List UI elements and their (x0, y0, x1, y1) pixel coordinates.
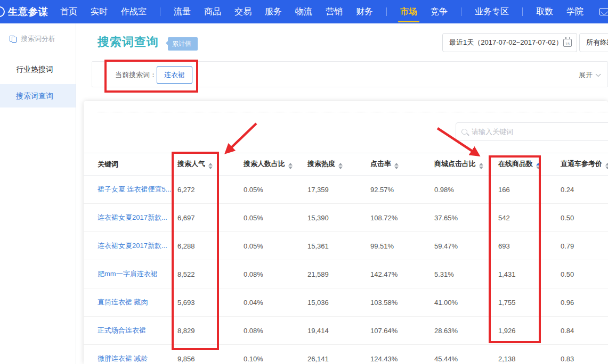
cell-value: 8,829 (177, 327, 244, 335)
nav-item-市场[interactable]: 市场 (400, 0, 417, 23)
keyword-link[interactable]: 裙子女夏 连衣裙便宜5... (98, 185, 177, 194)
cell-value: 107.64% (370, 327, 434, 335)
nav-item-实时[interactable]: 实时 (91, 0, 108, 23)
nav-item-学院[interactable]: 学院 (566, 0, 583, 23)
nav-divider (461, 7, 461, 16)
cell-value: 0.79 (561, 242, 608, 250)
cell-value: 0.08% (244, 270, 307, 278)
cell-value: 142.47% (370, 270, 434, 278)
table-body: 裙子女夏 连衣裙便宜5...6,2720.05%17,35992.57%0.98… (84, 176, 608, 364)
cell-value: 37.65% (434, 214, 498, 222)
cell-value: 103.58% (370, 299, 434, 307)
keyword-link[interactable]: 连衣裙女夏2017新款... (98, 213, 177, 222)
column-header-搜索人气[interactable]: 搜索人气 (177, 159, 244, 169)
cell-value: 0.50 (561, 270, 608, 278)
sidebar-item-搜索词查询[interactable]: 搜索词查询 (0, 84, 76, 107)
sidebar-item-行业热搜词[interactable]: 行业热搜词 (0, 57, 76, 81)
expand-toggle[interactable]: 展开 (579, 70, 599, 80)
app-logo[interactable]: 生意参谋 (8, 5, 48, 18)
keyword-link[interactable]: 直筒连衣裙 藏肉 (98, 297, 177, 307)
nav-item-竞争[interactable]: 竞争 (431, 0, 448, 23)
calendar-icon: 15 (563, 39, 572, 47)
cell-value: 0.50 (561, 214, 608, 222)
nav-item-物流[interactable]: 物流 (295, 0, 312, 23)
cell-value: 5.31% (434, 270, 498, 278)
nav-item-交易[interactable]: 交易 (234, 0, 252, 23)
table-row: 正式场合连衣裙8,8290.08%19,414107.64%28.63%1,92… (84, 317, 608, 345)
nav-item-业务专区[interactable]: 业务专区 (475, 0, 509, 23)
nav-item-营销[interactable]: 营销 (326, 0, 343, 23)
sort-icon[interactable] (536, 163, 540, 169)
cell-value: 0.05% (244, 214, 307, 222)
cell-value: 0.98% (434, 186, 498, 194)
current-keyword-chip[interactable]: 连衣裙 (157, 67, 192, 84)
sort-icon[interactable] (288, 163, 293, 169)
sort-icon[interactable] (605, 163, 608, 169)
nav-item-流量[interactable]: 流量 (174, 0, 191, 23)
keyword-link[interactable]: 微胖连衣裙 减龄 (98, 354, 177, 363)
cell-value: 26,141 (307, 355, 370, 363)
chevron-down-icon (596, 71, 601, 77)
terminal-selector[interactable]: 所有终端 (579, 33, 608, 52)
table-row: 连衣裙女夏2017新款...6,6970.05%15,390108.72%37.… (84, 204, 608, 232)
table-header: 关键词搜索人气搜索人数占比搜索热度点击率商城点击占比在线商品数直通车参考价 (84, 153, 608, 176)
column-header-直通车参考价[interactable]: 直通车参考价 (561, 159, 608, 169)
table-search-box[interactable]: × (456, 122, 608, 140)
sidebar-section-search-analysis: 搜索词分析 (0, 23, 76, 44)
cell-value: 21,589 (307, 270, 370, 278)
cell-value: 59.47% (434, 242, 498, 250)
cell-value: 0.83 (561, 355, 608, 363)
cell-value: 2,138 (498, 355, 561, 363)
nav-item-服务[interactable]: 服务 (265, 0, 282, 23)
nav-item-取数[interactable]: 取数 (536, 0, 553, 23)
sort-icon[interactable] (394, 163, 399, 169)
cell-value: 6,697 (177, 214, 244, 222)
keyword-link[interactable]: 连衣裙女夏2017新款... (98, 241, 177, 251)
current-keyword-panel: 当前搜索词： 连衣裙 展开 (92, 61, 608, 87)
cell-value: 15,036 (307, 299, 370, 307)
sort-icon[interactable] (479, 163, 483, 169)
nav-divider (522, 7, 523, 16)
keyword-link[interactable]: 正式场合连衣裙 (98, 326, 177, 335)
column-label: 关键词 (98, 160, 118, 168)
column-header-关键词: 关键词 (98, 160, 177, 169)
column-label: 商城点击占比 (434, 160, 476, 168)
cell-value: 6,288 (177, 242, 244, 250)
nav-item-作战室[interactable]: 作战室 (121, 0, 147, 23)
cell-value: 166 (498, 186, 561, 194)
page-title: 搜索词查询 (98, 34, 159, 50)
sidebar-section-label: 搜索词分析 (21, 34, 55, 44)
column-header-点击率[interactable]: 点击率 (370, 159, 434, 169)
sort-icon[interactable] (338, 163, 343, 169)
nav-item-财务[interactable]: 财务 (356, 0, 373, 23)
cell-value: 693 (498, 242, 561, 250)
column-header-搜索人数占比[interactable]: 搜索人数占比 (244, 159, 307, 169)
table-row: 连衣裙女夏2017新款...6,2880.05%15,36199.51%59.4… (84, 232, 608, 260)
nav-item-首页[interactable]: 首页 (60, 0, 77, 23)
column-label: 搜索人气 (177, 160, 205, 168)
sort-icon[interactable] (208, 163, 213, 169)
cell-value: 124.43% (370, 355, 434, 363)
column-header-在线商品数[interactable]: 在线商品数 (498, 159, 561, 169)
mail-icon[interactable] (599, 8, 608, 15)
report-icon (10, 36, 17, 43)
column-header-商城点击占比[interactable]: 商城点击占比 (434, 159, 498, 169)
column-label: 搜索人数占比 (244, 160, 285, 168)
table-row: 肥mm一字肩连衣裙8,5220.08%21,589142.47%5.31%1,4… (84, 260, 608, 288)
table-row: 直筒连衣裙 藏肉5,6930.04%15,036103.58%41.00%1,7… (84, 288, 608, 317)
table-row: 裙子女夏 连衣裙便宜5...6,2720.05%17,35992.57%0.98… (84, 176, 608, 204)
calendar-button[interactable]: 15 (558, 33, 577, 52)
cell-value: 1,926 (498, 327, 561, 335)
nav-item-商品[interactable]: 商品 (204, 0, 221, 23)
column-header-搜索热度[interactable]: 搜索热度 (307, 159, 370, 169)
cell-value: 0.04% (244, 299, 307, 307)
cell-value: 108.72% (370, 214, 434, 222)
cell-value: 0.24 (561, 186, 608, 194)
search-icon (461, 129, 467, 135)
keyword-link[interactable]: 肥mm一字肩连衣裙 (98, 269, 177, 279)
table-search-input[interactable] (472, 128, 589, 136)
cell-value: 0.84 (561, 327, 608, 335)
cell-value: 0.10% (244, 355, 307, 363)
date-range-selector[interactable]: 最近1天（2017-07-02~2017-07-02） (442, 33, 559, 52)
cell-value: 6,272 (177, 186, 244, 194)
